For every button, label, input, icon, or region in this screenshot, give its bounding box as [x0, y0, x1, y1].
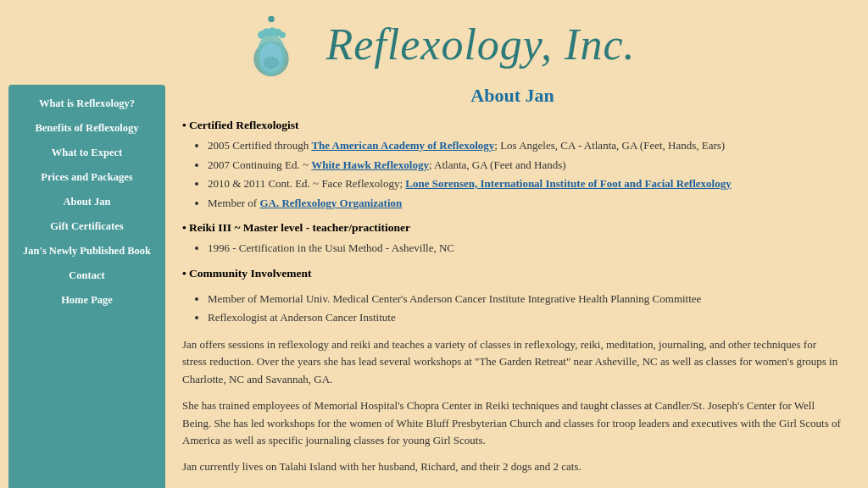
bio-paragraph-1: Jan offers sessions in reflexology and r…	[182, 336, 843, 389]
lone-sorensen-link[interactable]: Lone Sorensen, International Institute o…	[405, 177, 731, 190]
sidebar-item-about-jan[interactable]: About Jan	[8, 190, 165, 214]
sidebar-item-what-is[interactable]: What is Reflexology?	[8, 92, 165, 116]
certified-heading: • Certified Reflexologist	[182, 119, 843, 132]
sidebar-item-book[interactable]: Jan's Newly Published Book	[8, 239, 165, 263]
bio-paragraph-3: Jan currently lives on Talahi Island wit…	[182, 458, 843, 476]
reiki-list: 1996 - Certification in the Usui Method …	[182, 240, 843, 257]
ga-reflexology-link[interactable]: GA. Reflexology Organization	[259, 197, 402, 209]
list-item: 1996 - Certification in the Usui Method …	[208, 240, 843, 257]
list-item: Member of Memorial Univ. Medical Center'…	[208, 291, 843, 308]
list-item: 2007 Continuing Ed. ~ White Hawk Reflexo…	[208, 157, 843, 174]
academy-link[interactable]: The American Academy of Reflexology	[311, 139, 494, 152]
community-title: • Community Involvement	[182, 267, 311, 280]
page-title: About Jan	[182, 85, 843, 107]
list-item: 2010 & 2011 Cont. Ed. ~ Face Reflexology…	[208, 175, 843, 192]
site-title: Reflexology, Inc.	[326, 19, 636, 69]
layout: What is Reflexology?Benefits of Reflexol…	[0, 85, 868, 488]
sidebar-item-contact[interactable]: Contact	[8, 263, 165, 288]
community-heading: • Community Involvement	[182, 267, 843, 280]
sidebar-item-prices[interactable]: Prices and Packages	[8, 165, 165, 190]
reiki-title: • Reiki III ~ Master level - teacher/pra…	[182, 221, 410, 234]
sidebar-item-gift-certificates[interactable]: Gift Certificates	[8, 214, 165, 239]
main-content: About Jan • Certified Reflexologist 2005…	[165, 85, 860, 488]
svg-point-8	[263, 56, 279, 69]
list-item: Reflexologist at Anderson Cancer Institu…	[208, 309, 843, 326]
svg-point-6	[279, 31, 286, 38]
whitehawk-link[interactable]: White Hawk Reflexology	[311, 158, 429, 171]
svg-point-9	[268, 15, 275, 22]
reiki-heading: • Reiki III ~ Master level - teacher/pra…	[182, 221, 843, 235]
bio-paragraph-2: She has trained employees of Memorial Ho…	[182, 397, 843, 450]
sidebar: What is Reflexology?Benefits of Reflexol…	[8, 85, 165, 488]
logo-area	[233, 8, 309, 80]
list-item: Member of GA. Reflexology Organization	[208, 195, 843, 212]
certified-list: 2005 Certified through The American Acad…	[182, 137, 843, 211]
sidebar-item-what-to-expect[interactable]: What to Expect	[8, 141, 165, 165]
header: Reflexology, Inc.	[0, 0, 868, 85]
community-list: Member of Memorial Univ. Medical Center'…	[182, 291, 843, 326]
sidebar-item-home[interactable]: Home Page	[8, 288, 165, 313]
logo-icon	[237, 11, 305, 79]
sidebar-item-benefits[interactable]: Benefits of Reflexology	[8, 116, 165, 141]
list-item: 2005 Certified through The American Acad…	[208, 137, 843, 154]
